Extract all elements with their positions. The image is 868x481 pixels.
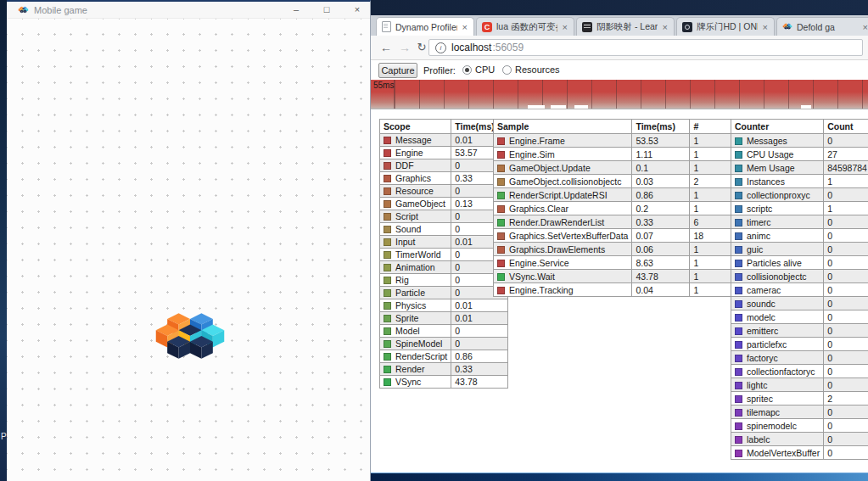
browser-tab[interactable]: Dynamo Profiler× [376, 17, 474, 36]
row-label: camerac [731, 283, 824, 297]
address-bar[interactable]: i localhost :56059 [428, 39, 863, 56]
table-row: Sound0 [380, 223, 508, 236]
row-label: Graphics.SetVertexBufferData [494, 229, 632, 243]
tab-close-icon[interactable]: × [862, 22, 868, 32]
color-swatch [497, 137, 505, 145]
tab-close-icon[interactable]: × [662, 22, 669, 32]
row-value: 0 [824, 310, 868, 324]
color-swatch [384, 226, 391, 233]
table-row: Mem Usage84598784 [731, 161, 868, 175]
column-header: Sample [494, 120, 632, 134]
color-swatch [384, 187, 391, 195]
row-value: 0 [824, 405, 868, 419]
table-row: TimerWorld0 [380, 249, 508, 261]
defold-icon [782, 20, 792, 35]
row-label: Messages [731, 134, 824, 148]
color-swatch [497, 287, 505, 294]
row-label: VSync [380, 376, 451, 389]
reload-icon[interactable]: ↻ [413, 39, 430, 56]
table-row: soundc0 [731, 297, 868, 310]
table-row: scriptc1 [731, 202, 868, 215]
tab-close-icon[interactable]: × [562, 22, 568, 32]
maximize-button[interactable]: □ [321, 2, 333, 18]
color-swatch [735, 382, 742, 389]
row-label: SpineModel [380, 338, 451, 350]
row-label: factoryc [731, 351, 824, 365]
tab-title: 牌乐门HD | ONES Proje [697, 21, 758, 33]
browser-window: Dynamo Profiler×Clua 函数的可变参数 - 专×阴影映射 - … [371, 0, 868, 481]
taskbar[interactable] [371, 473, 868, 481]
row-label: Sprite [380, 312, 451, 325]
table-row: factoryc0 [731, 351, 868, 365]
color-swatch [497, 151, 505, 159]
game-window-titlebar[interactable]: Mobile game – □ × [7, 2, 370, 19]
table-row: tilemapc0 [731, 405, 868, 419]
color-swatch [497, 192, 505, 199]
row-label: Rig [380, 274, 451, 287]
profiler-controls: Capture Profiler: CPU Resources [371, 60, 868, 80]
color-swatch [384, 302, 391, 310]
row-label: guic [731, 243, 824, 256]
row-label: Engine.Tracking [494, 283, 632, 297]
row-label: Engine.Sim [494, 148, 632, 161]
row-value: 27 [824, 148, 868, 161]
row-label: timerc [731, 215, 824, 229]
color-swatch [497, 205, 505, 213]
color-swatch [735, 314, 742, 322]
row-label: RenderScript.UpdateRSI [494, 188, 632, 202]
row-value: 0 [824, 351, 868, 365]
column-header: Time(ms) [632, 120, 690, 134]
color-swatch [497, 246, 505, 254]
graph-notch [528, 105, 545, 109]
resources-radio[interactable] [502, 65, 512, 75]
row-value: 0.33 [632, 215, 690, 229]
color-swatch [384, 289, 391, 297]
tab-close-icon[interactable]: × [462, 22, 468, 32]
row-label: lightc [731, 378, 824, 392]
frame-time-graph[interactable]: 55ms [371, 80, 868, 109]
color-swatch [497, 273, 505, 281]
table-row: Physics0.01 [380, 299, 508, 312]
tab-title: lua 函数的可变参数 - 专 [496, 21, 557, 33]
row-label: Model [380, 325, 451, 338]
counter-table: CounterCountMessages0CPU Usage27Mem Usag… [731, 119, 868, 460]
column-header: Scope [380, 120, 451, 134]
page-info-icon[interactable]: i [435, 42, 446, 53]
color-swatch [735, 368, 742, 376]
browser-tab[interactable]: Defold ga× [776, 17, 868, 36]
capture-button[interactable]: Capture [378, 63, 417, 78]
scope-table: ScopeTime(ms)Message0.01Engine53.57DDF0G… [379, 119, 508, 389]
row-label: spinemodelc [731, 419, 824, 433]
resources-radio-label: Resources [515, 64, 560, 75]
minimize-button[interactable]: – [290, 2, 302, 18]
tab-close-icon[interactable]: × [762, 22, 769, 32]
browser-tab[interactable]: 阴影映射 - LearnOpenG× [576, 17, 675, 36]
table-row: collectionfactoryc0 [731, 365, 868, 378]
color-swatch [735, 450, 742, 457]
row-value: 8.63 [632, 256, 690, 270]
browser-tab[interactable]: Clua 函数的可变参数 - 专× [476, 17, 574, 36]
forward-icon[interactable]: → [396, 39, 413, 56]
row-label: TimerWorld [380, 249, 451, 261]
cpu-radio[interactable] [462, 65, 472, 75]
graph-notch [551, 105, 566, 109]
row-value: 0 [824, 365, 868, 378]
close-button[interactable]: × [351, 2, 363, 18]
counter-table-wrap: CounterCountMessages0CPU Usage27Mem Usag… [731, 119, 868, 460]
browser-tab[interactable]: 牌乐门HD | ONES Proje× [676, 17, 775, 36]
game-window-title: Mobile game [34, 5, 87, 15]
table-row: Model0 [380, 325, 508, 338]
row-value: 0.86 [451, 350, 508, 363]
row-label: labelc [731, 433, 824, 446]
game-canvas[interactable] [7, 19, 370, 481]
table-row: collisionobjectc0 [731, 270, 868, 283]
table-row: Rig0 [380, 274, 508, 287]
back-icon[interactable]: ← [378, 39, 395, 56]
row-label: Render [380, 363, 451, 376]
url-host: localhost [451, 42, 491, 53]
table-row: Render0.33 [380, 363, 508, 376]
row-value: 0.03 [632, 175, 690, 188]
row-value: 0 [824, 134, 868, 148]
csdn-icon: C [482, 22, 492, 32]
screen: P Mobile game – □ × Dynamo Profiler×Clua… [0, 0, 868, 481]
